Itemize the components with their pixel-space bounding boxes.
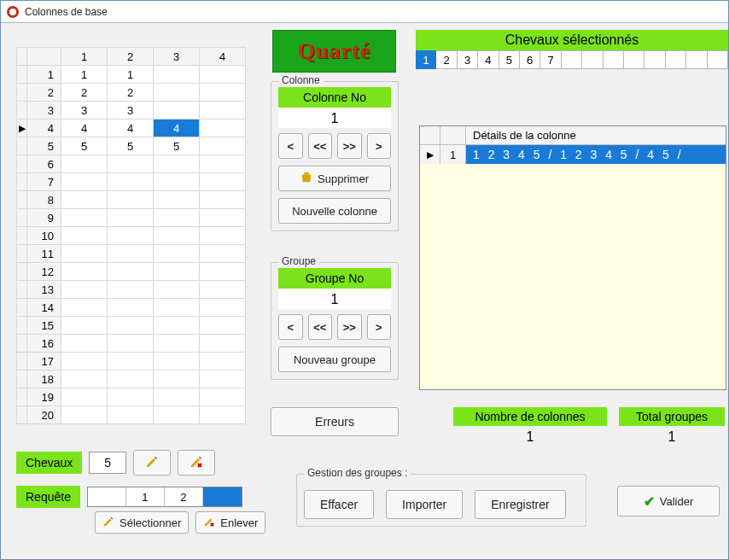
grid-cell[interactable]	[200, 191, 246, 209]
grid-cell[interactable]	[154, 191, 200, 209]
grid-cell[interactable]	[154, 370, 200, 388]
grid-cell[interactable]	[154, 317, 200, 335]
grid-cell[interactable]	[200, 209, 246, 227]
grid-cell[interactable]	[61, 173, 108, 191]
selectionner-button[interactable]: Sélectionner	[95, 511, 189, 534]
requete-cell[interactable]: 1	[126, 487, 165, 506]
colonne-first-button[interactable]: <	[278, 133, 303, 159]
horse-cell[interactable]: 7	[540, 50, 561, 69]
valider-button[interactable]: ✔ Valider	[617, 486, 720, 516]
grid-cell[interactable]: 4	[154, 120, 200, 137]
grid-cell[interactable]	[200, 281, 246, 299]
grid-cell[interactable]	[154, 173, 200, 191]
nouveau-groupe-button[interactable]: Nouveau groupe	[278, 347, 391, 372]
grid-cell[interactable]	[154, 353, 200, 370]
grid-cell[interactable]: 1	[61, 66, 108, 84]
grid-cell[interactable]	[61, 335, 108, 353]
horse-cell[interactable]	[624, 50, 644, 69]
horse-cell[interactable]	[582, 50, 603, 69]
grid-cell[interactable]	[154, 406, 200, 424]
horse-cell[interactable]	[686, 50, 707, 69]
grid-cell[interactable]: 3	[108, 102, 154, 120]
details-table[interactable]: Détails de la colonne ▶ 1 1 2 3 4 5 / 1 …	[419, 125, 726, 390]
colonne-last-button[interactable]: >	[367, 133, 392, 159]
grid-cell[interactable]	[108, 353, 154, 370]
grid-cell[interactable]	[154, 209, 200, 227]
grid-cell[interactable]	[108, 406, 154, 424]
grid-cell[interactable]	[200, 388, 246, 406]
requete-cell[interactable]	[88, 487, 126, 506]
grid-cell[interactable]	[61, 299, 108, 317]
grid-cell[interactable]: 4	[61, 120, 108, 137]
grid-cell[interactable]: 5	[61, 137, 108, 155]
requete-cells[interactable]: 12	[87, 487, 242, 507]
chevaux-input[interactable]	[89, 452, 126, 474]
horse-cell[interactable]	[644, 50, 665, 69]
requete-cell[interactable]: 2	[165, 487, 203, 506]
grid-cell[interactable]	[200, 335, 246, 353]
grid-cell[interactable]	[154, 388, 200, 406]
grid-cell[interactable]: 3	[61, 102, 108, 120]
horse-cell[interactable]: 4	[478, 50, 499, 69]
grid-cell[interactable]	[108, 173, 154, 191]
grid-cell[interactable]	[61, 281, 108, 299]
requete-cell[interactable]	[203, 487, 242, 506]
grid-cell[interactable]	[108, 245, 154, 263]
colonne-next-button[interactable]: >>	[337, 133, 362, 159]
grid-cell[interactable]	[61, 191, 108, 209]
grid-cell[interactable]	[61, 155, 108, 173]
grid-cell[interactable]	[61, 209, 108, 227]
grid-cell[interactable]	[200, 102, 246, 120]
grid-cell[interactable]	[61, 388, 108, 406]
erreurs-button[interactable]: Erreurs	[271, 407, 399, 436]
grid-cell[interactable]	[61, 406, 108, 424]
grid-cell[interactable]	[154, 84, 200, 102]
grid-cell[interactable]	[61, 263, 108, 281]
grid-cell[interactable]	[108, 209, 154, 227]
grid-cell[interactable]	[200, 406, 246, 424]
groupe-first-button[interactable]: <	[278, 314, 303, 340]
grid-cell[interactable]	[108, 263, 154, 281]
horse-cell[interactable]	[708, 50, 728, 69]
grid-cell[interactable]	[200, 84, 246, 102]
grid-cell[interactable]	[108, 335, 154, 353]
groupe-last-button[interactable]: >	[367, 314, 392, 340]
supprimer-button[interactable]: Supprimer	[278, 166, 391, 191]
horse-cell[interactable]	[666, 50, 686, 69]
colonne-prev-button[interactable]: <<	[308, 133, 333, 159]
grid-cell[interactable]	[200, 137, 246, 155]
grid-cell[interactable]	[108, 370, 154, 388]
selected-horses-cells[interactable]: 1234567	[416, 50, 728, 69]
grid-cell[interactable]	[108, 191, 154, 209]
chevaux-edit-button[interactable]	[133, 450, 171, 475]
grid-cell[interactable]: 5	[108, 137, 154, 155]
enregistrer-button[interactable]: Enregistrer	[475, 490, 565, 519]
grid-cell[interactable]	[200, 353, 246, 370]
enlever-button[interactable]: Enlever	[195, 511, 265, 534]
horse-cell[interactable]: 2	[436, 50, 457, 69]
grid-cell[interactable]	[200, 173, 246, 191]
grid-cell[interactable]	[200, 120, 246, 137]
grid-cell[interactable]	[154, 102, 200, 120]
grid-cell[interactable]	[61, 353, 108, 370]
horse-cell[interactable]: 1	[416, 50, 436, 69]
grid-cell[interactable]	[154, 335, 200, 353]
grid-cell[interactable]	[154, 263, 200, 281]
grid-cell[interactable]: 4	[108, 120, 154, 137]
grid-cell[interactable]	[200, 299, 246, 317]
grid-cell[interactable]	[154, 155, 200, 173]
grid-cell[interactable]	[200, 155, 246, 173]
grid-cell[interactable]: 5	[154, 137, 200, 155]
horse-cell[interactable]: 5	[499, 50, 520, 69]
grid-cell[interactable]	[154, 66, 200, 84]
importer-button[interactable]: Importer	[386, 490, 463, 519]
grid-cell[interactable]	[61, 370, 108, 388]
grid-cell[interactable]	[108, 299, 154, 317]
grid-cell[interactable]	[61, 245, 108, 263]
horse-cell[interactable]: 6	[520, 50, 540, 69]
grid-cell[interactable]	[200, 245, 246, 263]
horse-cell[interactable]	[562, 50, 582, 69]
chevaux-clear-button[interactable]	[178, 450, 215, 475]
groupe-next-button[interactable]: >>	[337, 314, 362, 340]
grid-cell[interactable]	[108, 227, 154, 245]
